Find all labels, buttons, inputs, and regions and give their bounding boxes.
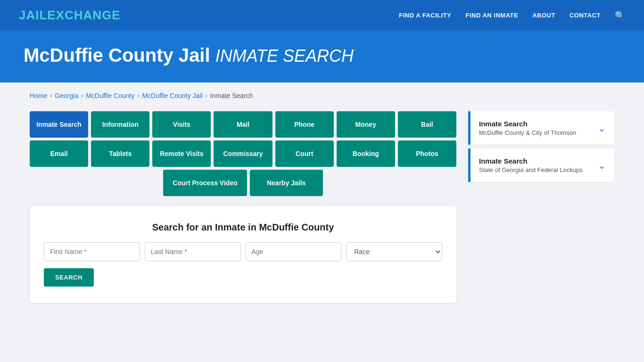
tab-court-process-video[interactable]: Court Process Video xyxy=(163,170,247,196)
tab-booking[interactable]: Booking xyxy=(337,140,395,167)
race-select[interactable]: Race White Black Hispanic Asian Other xyxy=(346,242,442,261)
sidebar-card-mcduffie-text: Inmate Search McDuffie County & City of … xyxy=(479,120,576,136)
sidebar-card-mcduffie-subtitle: McDuffie County & City of Thomson xyxy=(479,129,576,136)
logo-part2: EXCHANGE xyxy=(47,8,120,22)
hero-banner: McDuffie County Jail INMATE SEARCH xyxy=(0,31,644,82)
sidebar-card-georgia-title: Inmate Search xyxy=(479,157,583,165)
tabs-row3: Court Process Video Nearby Jails xyxy=(30,170,456,196)
header: JAILEXCHANGE FIND A FACILITY FIND AN INM… xyxy=(0,0,644,31)
hero-title: McDuffie County Jail INMATE SEARCH xyxy=(24,45,620,66)
breadcrumb-home[interactable]: Home xyxy=(30,92,47,99)
tabs-row1: Inmate Search Information Visits Mail Ph… xyxy=(30,111,456,138)
logo[interactable]: JAILEXCHANGE xyxy=(19,8,121,23)
sidebar-card-mcduffie[interactable]: Inmate Search McDuffie County & City of … xyxy=(468,111,614,145)
search-fields: Race White Black Hispanic Asian Other xyxy=(44,242,442,261)
last-name-input[interactable] xyxy=(145,242,241,261)
tab-visits[interactable]: Visits xyxy=(152,111,211,138)
nav-find-facility[interactable]: FIND A FACILITY xyxy=(399,12,451,19)
tab-bail[interactable]: Bail xyxy=(398,111,456,138)
breadcrumb-mcduffie-county[interactable]: McDuffie County xyxy=(86,92,134,99)
tab-phone[interactable]: Phone xyxy=(275,111,334,138)
tabs-row2: Email Tablets Remote Visits Commissary C… xyxy=(30,140,456,167)
nav-contact[interactable]: CONTACT xyxy=(570,12,601,19)
breadcrumb-current: Inmate Search xyxy=(210,92,253,99)
hero-title-main: McDuffie County Jail xyxy=(24,45,210,66)
tab-information[interactable]: Information xyxy=(91,111,149,138)
tab-tablets[interactable]: Tablets xyxy=(91,140,149,167)
sidebar-card-mcduffie-title: Inmate Search xyxy=(479,120,576,128)
nav-about[interactable]: ABOUT xyxy=(532,12,555,19)
breadcrumb-sep-3: › xyxy=(137,92,139,99)
tab-remote-visits[interactable]: Remote Visits xyxy=(152,140,211,167)
sidebar-card-georgia[interactable]: Inmate Search State of Georgia and Feder… xyxy=(468,148,614,182)
breadcrumb-sep-2: › xyxy=(81,92,83,99)
sidebar-card-georgia-subtitle: State of Georgia and Federal Lockups xyxy=(479,166,583,173)
main-nav: FIND A FACILITY FIND AN INMATE ABOUT CON… xyxy=(399,10,625,21)
search-form-card: Search for an Inmate in McDuffie County … xyxy=(30,206,456,303)
search-button[interactable]: SEARCH xyxy=(44,268,94,287)
breadcrumb-georgia[interactable]: Georgia xyxy=(55,92,78,99)
chevron-down-icon: ⌄ xyxy=(598,123,606,134)
search-form-title: Search for an Inmate in McDuffie County xyxy=(44,222,442,233)
first-name-input[interactable] xyxy=(44,242,140,261)
right-column: Inmate Search McDuffie County & City of … xyxy=(468,111,614,186)
sidebar-card-georgia-text: Inmate Search State of Georgia and Feder… xyxy=(479,157,583,173)
chevron-down-icon-2: ⌄ xyxy=(598,160,606,171)
age-input[interactable] xyxy=(246,242,342,261)
breadcrumb-sep-1: › xyxy=(50,92,52,99)
content-layout: Inmate Search Information Visits Mail Ph… xyxy=(30,111,614,303)
main-area: Home › Georgia › McDuffie County › McDuf… xyxy=(16,82,628,322)
tab-money[interactable]: Money xyxy=(337,111,395,138)
tab-inmate-search[interactable]: Inmate Search xyxy=(30,111,88,138)
left-column: Inmate Search Information Visits Mail Ph… xyxy=(30,111,456,303)
tab-photos[interactable]: Photos xyxy=(398,140,456,167)
tab-nearby-jails[interactable]: Nearby Jails xyxy=(250,170,323,196)
breadcrumb: Home › Georgia › McDuffie County › McDuf… xyxy=(30,92,614,99)
tab-email[interactable]: Email xyxy=(30,140,88,167)
breadcrumb-sep-4: › xyxy=(206,92,207,99)
logo-part1: JAIL xyxy=(19,8,47,22)
tab-mail[interactable]: Mail xyxy=(214,111,272,138)
breadcrumb-mcduffie-county-jail[interactable]: McDuffie County Jail xyxy=(142,92,202,99)
hero-title-subtitle: INMATE SEARCH xyxy=(215,46,354,66)
tab-court[interactable]: Court xyxy=(275,140,334,167)
tab-commissary[interactable]: Commissary xyxy=(214,140,272,167)
nav-find-inmate[interactable]: FIND AN INMATE xyxy=(465,12,518,19)
search-icon-button[interactable]: 🔍 xyxy=(615,10,625,21)
